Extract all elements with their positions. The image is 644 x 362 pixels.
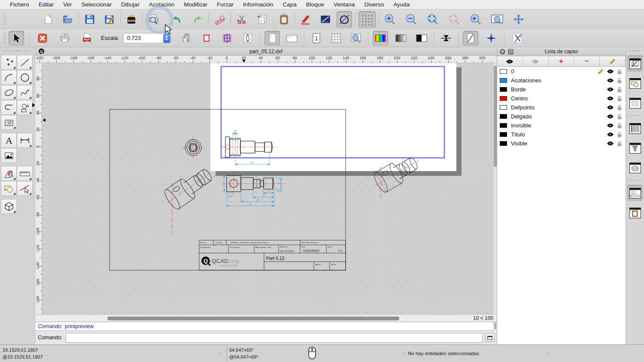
save-as-button[interactable] [102,11,117,27]
redo-button[interactable] [190,11,206,27]
layer-visibility-eye-icon[interactable] [607,96,614,101]
menu-item[interactable]: Diverso [359,0,389,9]
scale-combobox[interactable]: 0.723 [123,33,171,43]
save-button[interactable] [82,11,97,27]
point-tool[interactable] [1,55,17,70]
strip-handle[interactable] [629,50,641,52]
new-file-button[interactable] [40,11,56,27]
print-preview-button[interactable] [146,11,161,27]
layer-lock-icon[interactable] [617,141,622,147]
layer-row[interactable]: Defpoints [497,103,626,112]
zero-point-button[interactable] [483,31,499,45]
view-list-dock-button[interactable] [627,95,643,111]
pan-hand-button[interactable] [178,31,194,45]
layer-lock-icon[interactable] [617,69,622,75]
landscape-button[interactable] [284,31,300,45]
ellipse-tool[interactable] [1,85,17,100]
layer-color-swatch[interactable] [500,105,507,110]
paper-border-button[interactable] [199,31,214,45]
select-tool[interactable] [17,181,33,196]
layer-row[interactable]: Visible [497,139,626,148]
full-color-button[interactable] [373,31,388,45]
zoom-to-page-button[interactable] [348,31,364,45]
layer-visibility-eye-icon[interactable] [607,87,614,92]
horizontal-scrollbar[interactable]: 10 < 100 [35,314,497,322]
layer-row[interactable]: Título [497,130,626,139]
menu-item[interactable]: Dibujar [116,0,144,9]
projection-tool[interactable] [1,199,17,214]
dimension-tool[interactable] [17,133,33,148]
menu-item[interactable]: Bloque [301,0,329,9]
menu-item[interactable]: Ayuda [389,0,414,9]
layer-color-swatch[interactable] [500,141,507,146]
selection-filter-dock-button[interactable] [627,140,643,156]
copy-button[interactable] [255,11,270,27]
measure-tool[interactable] [17,166,33,181]
pan-button[interactable] [511,11,526,27]
menu-item[interactable]: Editar [34,0,58,9]
shape-tool[interactable] [17,100,33,115]
close-print-preview-button[interactable] [35,31,50,45]
layer-color-swatch[interactable] [500,132,507,137]
menu-item[interactable]: Seleccionar [77,0,117,9]
construction-toggle-button[interactable] [337,11,352,27]
text-tool[interactable]: A [1,133,17,148]
previous-view-button[interactable] [468,11,483,27]
drawing-canvas[interactable]: ⌀8 61 [42,63,497,314]
horizontal-scrollbar-handle[interactable] [107,317,399,320]
layer-visibility-eye-icon[interactable] [607,141,614,146]
edit-layer-button[interactable] [600,56,626,66]
zoom-out-button[interactable] [404,11,419,27]
add-layer-button[interactable]: + [549,56,574,66]
remove-layer-button[interactable]: − [574,56,600,66]
menu-item[interactable]: Ventana [329,0,360,9]
auto-zoom-button[interactable] [425,11,440,27]
layer-visibility-eye-icon[interactable] [607,105,614,110]
arc-tool[interactable] [1,70,17,85]
menu-item[interactable]: Acotación [144,0,179,9]
block-tool[interactable] [1,181,17,196]
layer-row[interactable]: 0 [497,67,626,76]
open-file-button[interactable] [60,11,76,27]
layer-color-swatch[interactable] [500,87,507,92]
command-history-scrollbar[interactable] [493,322,497,331]
restrict-ortho-button[interactable] [318,11,333,27]
print-button[interactable] [57,31,73,45]
black-white-button[interactable] [414,31,429,45]
line-tool[interactable] [17,55,33,70]
hatch-tool[interactable] [1,115,17,130]
command-line-dock-button[interactable] [627,185,643,201]
layer-color-swatch[interactable] [500,123,507,128]
zoom-window-button[interactable] [489,11,505,27]
property-editor-dock-button[interactable] [627,120,643,136]
auto-fit-drawing-button[interactable] [240,31,255,45]
show-all-layers-button[interactable] [497,56,523,66]
menu-item[interactable]: Información [238,0,278,9]
toolbar-handle[interactable] [3,13,6,26]
zoom-selection-button[interactable] [447,11,462,27]
layer-visibility-eye-icon[interactable] [607,132,614,137]
document-titlebar[interactable]: Q part_05.12.dxf [35,47,497,56]
crop-marks-button[interactable] [438,31,454,45]
vertical-scrollbar[interactable] [493,63,497,314]
layer-lock-icon[interactable] [617,114,622,120]
hide-all-layers-button[interactable] [523,56,549,66]
menu-item[interactable]: Capa [278,0,301,9]
layer-visibility-eye-icon[interactable] [607,78,614,83]
layer-lock-icon[interactable] [617,105,622,111]
palette-collapse-arrow[interactable] [32,103,35,107]
undo-button[interactable] [169,11,184,27]
toolbar-handle[interactable] [3,32,6,45]
delete-button[interactable] [212,11,228,27]
layer-row[interactable]: Delgado [497,112,626,121]
layer-lock-icon[interactable] [617,132,622,138]
layer-visibility-eye-icon[interactable] [607,69,614,74]
library-browser-dock-button[interactable] [627,160,643,176]
layer-color-swatch[interactable] [500,114,507,119]
paste-button[interactable] [276,11,292,27]
layer-row[interactable]: Borde [497,85,626,94]
block-list-dock-button[interactable] [627,75,643,91]
palette-handle[interactable] [3,50,30,52]
draw-pen-button[interactable] [298,11,313,27]
image-tool[interactable] [1,148,17,163]
